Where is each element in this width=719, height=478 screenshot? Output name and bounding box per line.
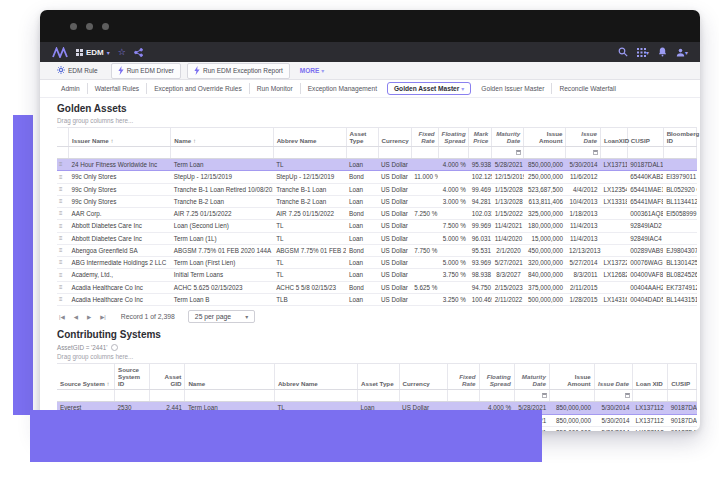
table-row[interactable]: ≡ABG Intermediate Holdings 2 LLCTerm Loa…	[57, 257, 697, 269]
filter-input-issue-amount[interactable]	[524, 147, 566, 159]
table-row[interactable]: ≡Abengoa Greenfield SAABGSM 7.75% 01 FEB…	[57, 244, 697, 256]
filter-input-currency[interactable]	[378, 147, 411, 159]
column-header-issuer-name[interactable]: Issuer Name ↑	[69, 128, 171, 147]
page-size-select[interactable]: 25 per page ▾	[188, 310, 255, 323]
row-menu-icon[interactable]: ≡	[57, 159, 69, 171]
column-header-cusip[interactable]: CUSIP	[668, 364, 697, 390]
table-row[interactable]: ≡AAR Corp.AIR 7.25 01/15/2022AIR 7.25 01…	[57, 208, 697, 220]
row-menu-icon[interactable]: ≡	[57, 257, 69, 269]
row-menu-icon[interactable]: ≡	[57, 195, 69, 207]
filter-input-abbrev-name[interactable]	[274, 390, 357, 402]
window-minimize-button[interactable]	[86, 23, 93, 30]
filter-input-asset-type[interactable]	[346, 147, 378, 159]
run-edm-exception-report-button[interactable]: Run EDM Exception Report	[187, 63, 290, 79]
share-icon[interactable]	[134, 48, 143, 57]
remove-filter-icon[interactable]	[111, 344, 118, 351]
pager-first-button[interactable]: |◀	[57, 313, 67, 321]
calendar-icon[interactable]	[625, 393, 630, 398]
filter-input-loanxid[interactable]	[601, 147, 628, 159]
filter-input-issue-date[interactable]	[594, 390, 632, 402]
column-header-source-system[interactable]: Source System ↑	[57, 364, 115, 390]
contributing-systems-group-drop-zone[interactable]: Drag group columns here...	[57, 352, 697, 364]
tab-golden-asset-master[interactable]: Golden Asset Master▾	[387, 82, 471, 95]
filter-input-abbrev-name[interactable]	[273, 147, 346, 159]
apps-grid-icon[interactable]: ▾	[637, 48, 649, 57]
pager-last-button[interactable]: ▶|	[98, 313, 108, 321]
filter-input-floating-spread[interactable]	[438, 147, 469, 159]
column-header-loan-xid[interactable]: Loan XID	[632, 364, 667, 390]
column-header-floating-spread[interactable]: Floating Spread	[438, 128, 469, 147]
search-icon[interactable]	[618, 47, 628, 57]
filter-input-fixed-rate[interactable]	[447, 390, 479, 402]
filter-input-cusip[interactable]	[627, 147, 663, 159]
edm-rule-button[interactable]: EDM Rule	[50, 63, 105, 78]
row-menu-icon[interactable]: ≡	[57, 183, 69, 195]
tab-admin[interactable]: Admin	[54, 83, 87, 94]
golden-assets-group-drop-zone[interactable]: Drag group columns here...	[57, 116, 697, 128]
row-menu-icon[interactable]: ≡	[57, 269, 69, 281]
app-menu[interactable]: EDM ▾	[76, 48, 110, 57]
column-header-maturity-date[interactable]: Maturity Date	[514, 364, 549, 390]
window-zoom-button[interactable]	[102, 23, 109, 30]
table-row[interactable]: ≡24 Hour Fitness Worldwide IncTerm LoanT…	[57, 159, 697, 171]
column-header-mark-price[interactable]: Mark Price	[469, 128, 492, 147]
filter-input-issue-date[interactable]	[566, 147, 601, 159]
filter-input-maturity-date[interactable]	[492, 147, 524, 159]
calendar-icon[interactable]	[593, 150, 598, 155]
filter-input-cusip[interactable]	[668, 390, 697, 402]
more-menu-button[interactable]: MORE▾	[300, 67, 325, 74]
row-menu-icon[interactable]: ≡	[57, 208, 69, 220]
column-header-floating-spread[interactable]: Floating Spread	[479, 364, 514, 390]
table-row[interactable]: ≡Abbott Diabetes Care IncTerm Loan (1L)T…	[57, 232, 697, 244]
filter-input-asset-type[interactable]	[358, 390, 400, 402]
filter-input-source-system[interactable]	[57, 390, 115, 402]
user-icon[interactable]: ▾	[676, 48, 688, 57]
table-row[interactable]: ≡Acadia Healthcare Co IncTerm Loan BTLBL…	[57, 293, 697, 305]
row-menu-icon[interactable]: ≡	[57, 220, 69, 232]
filter-input-bloomberg-id[interactable]	[663, 147, 696, 159]
column-header-source-system-id[interactable]: Source System ID	[115, 364, 150, 390]
window-close-button[interactable]	[70, 23, 77, 30]
table-row[interactable]: ≡Acadia Healthcare Co IncACHC 5.625 02/1…	[57, 281, 697, 293]
filter-input-maturity-date[interactable]	[514, 390, 549, 402]
column-header-asset-type[interactable]: Asset Type	[346, 128, 378, 147]
table-row[interactable]: ≡Academy, Ltd.,Initial Term LoansTLLoanU…	[57, 269, 697, 281]
run-edm-driver-button[interactable]: Run EDM Driver	[111, 63, 181, 79]
calendar-icon[interactable]	[516, 150, 521, 155]
favorite-star-icon[interactable]: ☆	[118, 48, 126, 57]
column-header-fixed-rate[interactable]: Fixed Rate	[447, 364, 479, 390]
calendar-icon[interactable]	[542, 393, 547, 398]
column-header-name[interactable]: Name	[185, 364, 275, 390]
row-menu-icon[interactable]: ≡	[57, 232, 69, 244]
table-row[interactable]: ≡Abbott Diabetes Care IncLoan (Second Li…	[57, 220, 697, 232]
tab-exception-and-override-rules[interactable]: Exception and Override Rules	[146, 83, 249, 94]
tab-reconcile-waterfall[interactable]: Reconcile Waterfall	[551, 83, 623, 94]
tab-exception-management[interactable]: Exception Management	[300, 83, 384, 94]
column-header-issue-amount[interactable]: Issue Amount	[524, 128, 566, 147]
filter-input-loan-xid[interactable]	[632, 390, 667, 402]
filter-input-name[interactable]	[171, 147, 273, 159]
row-menu-icon[interactable]: ≡	[57, 281, 69, 293]
filter-input-source-system-id[interactable]	[115, 390, 150, 402]
filter-input-mark-price[interactable]	[469, 147, 492, 159]
column-header-issue-date[interactable]: Issue Date	[594, 364, 632, 390]
column-header-asset-gid[interactable]: Asset GID	[150, 364, 185, 390]
filter-input-currency[interactable]	[399, 390, 447, 402]
column-header-bloomberg-id[interactable]: Bloomberg ID	[663, 128, 696, 147]
tab-golden-issuer-master[interactable]: Golden Issuer Master	[474, 83, 551, 94]
column-header-name[interactable]: Name ↑	[171, 128, 273, 147]
table-row[interactable]: ≡99c Only StoresTranche B-2 LoanTranche …	[57, 195, 697, 207]
filter-input-issuer-name[interactable]	[69, 147, 171, 159]
filter-input-floating-spread[interactable]	[479, 390, 514, 402]
table-row[interactable]: ≡99c Only StoresTranche B-1 Loan Retired…	[57, 183, 697, 195]
column-header-cusip[interactable]: CUSIP	[627, 128, 663, 147]
pager-next-button[interactable]: ▶	[85, 313, 93, 321]
column-header-abbrev-name[interactable]: Abbrev Name	[273, 128, 346, 147]
column-header-issue-date[interactable]: Issue Date	[566, 128, 601, 147]
filter-input-asset-gid[interactable]	[150, 390, 185, 402]
filter-input-issue-amount[interactable]	[549, 390, 594, 402]
row-menu-icon[interactable]: ≡	[57, 244, 69, 256]
filter-input-fixed-rate[interactable]	[411, 147, 438, 159]
tab-run-monitor[interactable]: Run Monitor	[249, 83, 300, 94]
row-menu-icon[interactable]: ≡	[57, 171, 69, 183]
